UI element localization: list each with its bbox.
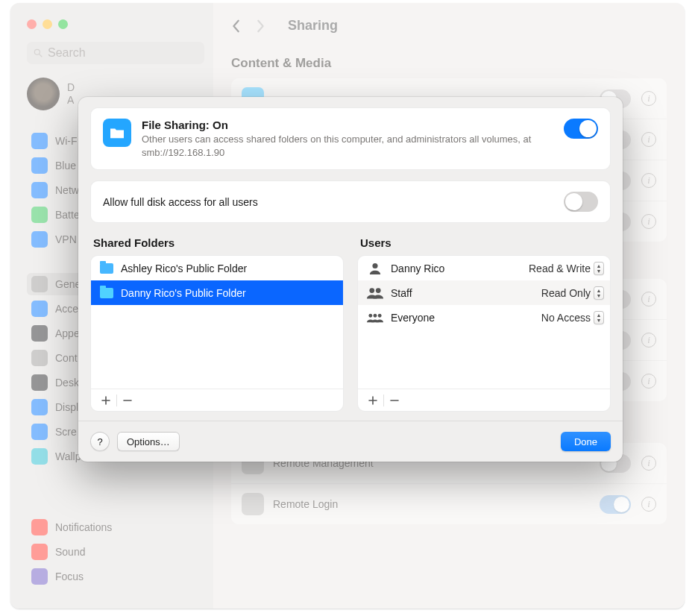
svg-point-6 [374, 313, 377, 317]
folder-icon [100, 263, 113, 274]
svg-point-7 [378, 313, 382, 317]
user-name: Everyone [391, 312, 507, 324]
user-item[interactable]: Danny RicoRead & Write▲▼ [358, 256, 610, 280]
folder-item[interactable]: Ashley Rico's Public Folder [91, 256, 343, 280]
done-button[interactable]: Done [561, 432, 611, 451]
folder-icon [100, 288, 113, 298]
remove-folder-button[interactable] [117, 392, 138, 409]
user-icon [367, 312, 383, 324]
permission-select[interactable]: Read & Write▲▼ [515, 262, 604, 275]
options-button[interactable]: Options… [117, 432, 180, 451]
svg-point-4 [376, 288, 381, 293]
users-heading: Users [357, 236, 611, 255]
svg-point-5 [368, 313, 372, 317]
permission-select[interactable]: No Access▲▼ [515, 311, 604, 324]
folder-item[interactable]: Danny Rico's Public Folder [91, 280, 343, 305]
file-sharing-status-card: File Sharing: On Other users can access … [90, 107, 611, 170]
file-sharing-sheet: File Sharing: On Other users can access … [78, 97, 623, 462]
user-item[interactable]: EveryoneNo Access▲▼ [358, 305, 610, 330]
user-item[interactable]: StaffRead Only▲▼ [358, 280, 610, 305]
user-name: Danny Rico [391, 263, 507, 274]
user-icon [367, 263, 383, 274]
add-folder-button[interactable] [95, 392, 116, 409]
add-user-button[interactable] [362, 392, 383, 409]
full-disk-access-label: Allow full disk access for all users [103, 196, 564, 208]
user-icon [367, 287, 383, 299]
stepper-icon: ▲▼ [594, 286, 604, 300]
svg-point-3 [369, 288, 374, 293]
permission-select[interactable]: Read Only▲▼ [515, 286, 604, 300]
file-sharing-icon [103, 119, 131, 147]
remove-user-button[interactable] [384, 392, 405, 409]
help-button[interactable]: ? [90, 432, 110, 451]
file-sharing-subtitle: Other users can access shared folders on… [142, 133, 564, 159]
shared-folders-heading: Shared Folders [90, 236, 344, 255]
folder-label: Danny Rico's Public Folder [121, 287, 246, 299]
users-list: Danny RicoRead & Write▲▼StaffRead Only▲▼… [357, 255, 611, 412]
stepper-icon: ▲▼ [594, 262, 604, 275]
full-disk-access-toggle[interactable] [564, 192, 598, 212]
folder-label: Ashley Rico's Public Folder [121, 263, 247, 274]
shared-folders-list: Ashley Rico's Public FolderDanny Rico's … [90, 255, 344, 412]
file-sharing-title: File Sharing: On [142, 119, 564, 131]
file-sharing-toggle[interactable] [564, 119, 598, 139]
full-disk-access-card: Allow full disk access for all users [90, 180, 611, 223]
stepper-icon: ▲▼ [594, 311, 604, 324]
svg-point-2 [372, 263, 377, 268]
user-name: Staff [391, 287, 507, 299]
